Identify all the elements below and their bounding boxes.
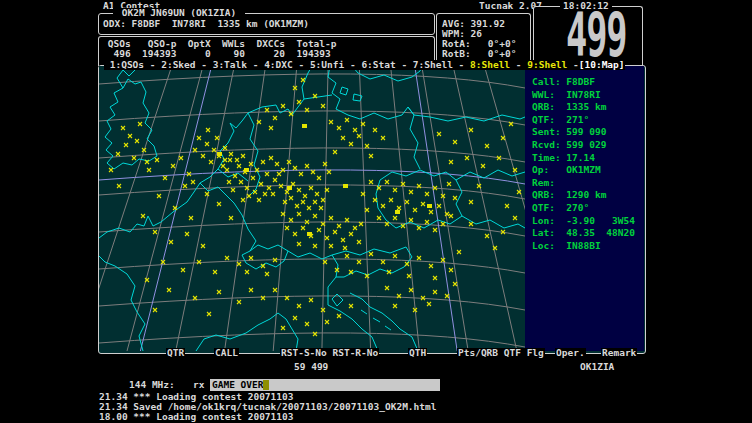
panel-op: Op: OK1MZM — [525, 164, 644, 177]
log-line: 18.00 *** Loading contest 20071103 — [99, 412, 293, 422]
band-label: 144 MHz: — [129, 380, 175, 390]
tab-9-shell[interactable]: 9:Shell — [527, 59, 567, 70]
operator-value: OK1ZIA — [580, 362, 614, 372]
panel-lat: Lat: 48.35 48N20 — [525, 227, 644, 240]
qso-counter-big: 499 — [566, 9, 626, 61]
text-cursor — [263, 380, 269, 390]
column-pts-qrb-qtf-flg: Pts/QRB QTF Flg — [457, 348, 545, 358]
panel-lon: Lon: -3.90 3W54 — [525, 215, 644, 228]
clock-box: 18:02:12 499 — [533, 6, 643, 66]
panel-qrb: QRB: 1335 km — [525, 101, 644, 114]
qso-info-panel: Call: F8DBF WWL: IN78RI QRB: 1335 km QTF… — [525, 66, 644, 351]
tucnak-window: A1 Contest Tucnak 2.07 18:02:12 499 OK2M… — [0, 0, 752, 423]
tab-8-shell[interactable]: 8:Shell — [470, 59, 510, 70]
rst-sent-value: 59 499 — [294, 362, 328, 372]
column-qtr: QTR — [166, 348, 185, 358]
rotator-b-value: RotB: 0°+0° — [442, 49, 516, 59]
stats-values-row: 496 194393 0 90 20 194393 — [102, 49, 331, 59]
qso-input-field[interactable]: GAME OVER — [210, 379, 440, 391]
column-rst: RST-S-No RST-R-No — [280, 348, 379, 358]
column-remark: Remark — [601, 348, 637, 358]
mode-indicator: rx — [193, 380, 204, 390]
map-svg[interactable] — [99, 66, 525, 351]
panel-call: Call: F8DBF — [525, 76, 644, 89]
window-menu: 1:QSOs - 2:Sked - 3:Talk - 4:DXC - 5:Unf… — [104, 60, 625, 70]
tab-10-map[interactable]: [10:Map] — [579, 59, 625, 70]
panel-qtf: QTF: 271° — [525, 114, 644, 127]
panel-time: Time: 17.14 — [525, 152, 644, 165]
odx-box: OK2M JN69UN (OK1ZIA) ODX: F8DBF IN78RI 1… — [98, 13, 435, 35]
panel-sent: Sent: 599 090 — [525, 126, 644, 139]
panel-qrb2: QRB: 1290 km — [525, 189, 644, 202]
panel-loc: Loc: IN88BI — [525, 240, 644, 253]
odx-line: ODX: F8DBF IN78RI 1335 km (OK1MZM) — [103, 19, 309, 29]
panel-qtf2: QTF: 270° — [525, 202, 644, 215]
column-oper: Oper. — [555, 348, 586, 358]
column-qth: QTH — [408, 348, 427, 358]
input-value: GAME OVER — [212, 379, 263, 391]
column-call: CALL — [214, 348, 239, 358]
panel-wwl: WWL: IN78RI — [525, 89, 644, 102]
panel-rem: Rem: — [525, 177, 644, 190]
station-title: OK2M JN69UN (OK1ZIA) — [113, 8, 245, 18]
panel-rcvd: Rcvd: 599 029 — [525, 139, 644, 152]
menu-tabs-1-7[interactable]: 1:QSOs - 2:Sked - 3:Talk - 4:DXC - 5:Unf… — [104, 59, 470, 70]
map-box: Call: F8DBF WWL: IN78RI QRB: 1335 km QTF… — [98, 65, 646, 354]
